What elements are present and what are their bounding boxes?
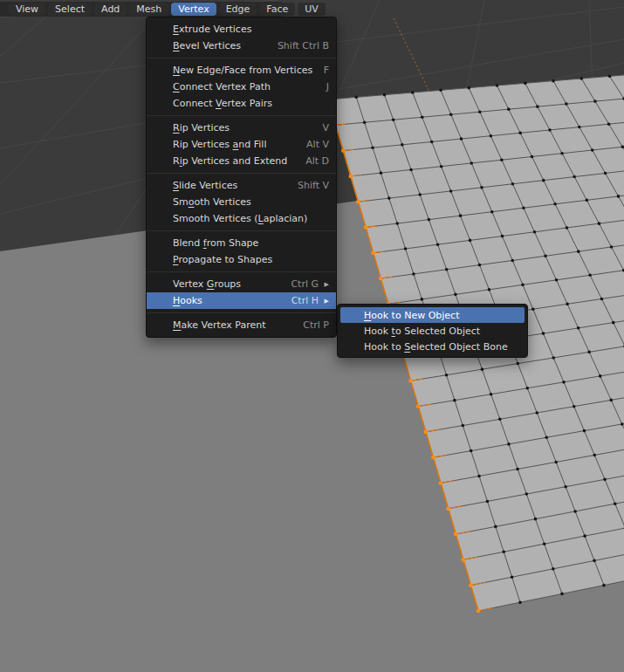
menu-item-rip-vertices-and-extend[interactable]: Rip Vertices and ExtendAlt D bbox=[147, 153, 336, 169]
menu-item-label: Hook to Selected Object bbox=[364, 326, 480, 337]
menu-item-label: Make Vertex Parent bbox=[173, 319, 266, 331]
menu-item-rip-vertices[interactable]: Rip VerticesV bbox=[147, 120, 336, 136]
menu-item-hooks[interactable]: HooksCtrl H▶ bbox=[147, 292, 336, 309]
menu-separator bbox=[147, 112, 336, 120]
header-menu-mesh[interactable]: Mesh bbox=[129, 3, 168, 16]
menu-item-shortcut: Shift V bbox=[298, 180, 329, 191]
submenu-item-hook-to-selected-object[interactable]: Hook to Selected Object bbox=[338, 323, 527, 339]
menu-separator bbox=[147, 169, 336, 177]
menu-item-shortcut: F bbox=[324, 65, 329, 76]
header-menu-uv[interactable]: UV bbox=[298, 3, 326, 16]
menu-item-label: Rip Vertices and Extend bbox=[173, 155, 287, 167]
menu-item-label: Smooth Vertices bbox=[173, 196, 251, 208]
header-menu-vertex[interactable]: Vertex bbox=[171, 3, 216, 16]
menu-item-label: Connect Vertex Path bbox=[173, 81, 271, 93]
menu-item-label: Extrude Vertices bbox=[173, 24, 251, 35]
menu-item-shortcut: J bbox=[326, 81, 329, 93]
header-menu-face[interactable]: Face bbox=[259, 3, 295, 16]
menu-separator bbox=[147, 309, 336, 317]
header-menu-bar: ViewSelectAddMeshVertexEdgeFaceUV bbox=[0, 2, 285, 17]
menu-item-label: Hook to Selected Object Bone bbox=[364, 341, 508, 353]
menu-separator bbox=[147, 268, 336, 276]
menu-item-label: Propagate to Shapes bbox=[173, 254, 272, 265]
vertex-menu: Extrude VerticesBevel VerticesShift Ctrl… bbox=[146, 17, 337, 338]
menu-item-label: Blend from Shape bbox=[173, 237, 258, 249]
header-menu-view[interactable]: View bbox=[9, 3, 45, 16]
menu-item-blend-from-shape[interactable]: Blend from Shape bbox=[147, 235, 336, 251]
menu-item-shortcut: Ctrl H bbox=[291, 295, 319, 306]
menu-item-propagate-to-shapes[interactable]: Propagate to Shapes bbox=[147, 251, 336, 268]
menu-item-smooth-vertices-laplacian[interactable]: Smooth Vertices (Laplacian) bbox=[147, 210, 336, 227]
menu-item-shortcut: Alt V bbox=[306, 139, 329, 150]
menu-separator bbox=[147, 227, 336, 235]
submenu-item-hook-to-new-object[interactable]: Hook to New Object bbox=[340, 307, 525, 323]
menu-item-shortcut: Ctrl P bbox=[303, 319, 329, 331]
menu-item-new-edge-face-from-vertices[interactable]: New Edge/Face from VerticesF bbox=[147, 62, 336, 79]
menu-item-label: Bevel Vertices bbox=[173, 40, 241, 51]
submenu-arrow-icon: ▶ bbox=[323, 281, 329, 288]
header-menu-edge[interactable]: Edge bbox=[219, 3, 257, 16]
menu-separator bbox=[147, 54, 336, 62]
menu-item-label: Connect Vertex Pairs bbox=[173, 98, 272, 109]
header-menu-add[interactable]: Add bbox=[94, 3, 127, 16]
hooks-submenu: Hook to New ObjectHook to Selected Objec… bbox=[337, 304, 528, 358]
menu-item-shortcut: V bbox=[322, 122, 329, 134]
menu-item-shortcut: Shift Ctrl B bbox=[278, 40, 329, 51]
menu-item-rip-vertices-and-fill[interactable]: Rip Vertices and FillAlt V bbox=[147, 136, 336, 153]
menu-item-label: Hook to New Object bbox=[364, 310, 459, 321]
menu-item-bevel-vertices[interactable]: Bevel VerticesShift Ctrl B bbox=[147, 38, 336, 54]
menu-item-label: Vertex Groups bbox=[173, 278, 241, 290]
menu-item-vertex-groups[interactable]: Vertex GroupsCtrl G▶ bbox=[147, 276, 336, 292]
menu-item-connect-vertex-pairs[interactable]: Connect Vertex Pairs bbox=[147, 95, 336, 112]
menu-item-extrude-vertices[interactable]: Extrude Vertices bbox=[147, 21, 336, 38]
menu-item-make-vertex-parent[interactable]: Make Vertex ParentCtrl P bbox=[147, 317, 336, 333]
submenu-item-hook-to-selected-object-bone[interactable]: Hook to Selected Object Bone bbox=[338, 339, 527, 354]
header-menu-select[interactable]: Select bbox=[48, 3, 92, 16]
menu-item-shortcut: Ctrl G bbox=[291, 278, 319, 290]
menu-item-slide-vertices[interactable]: Slide VerticesShift V bbox=[147, 177, 336, 194]
menu-item-label: Rip Vertices bbox=[173, 122, 230, 134]
menu-item-smooth-vertices[interactable]: Smooth Vertices bbox=[147, 194, 336, 210]
menu-item-label: New Edge/Face from Vertices bbox=[173, 65, 312, 76]
menu-item-label: Smooth Vertices (Laplacian) bbox=[173, 213, 307, 224]
menu-item-label: Hooks bbox=[173, 295, 202, 306]
menu-item-connect-vertex-path[interactable]: Connect Vertex PathJ bbox=[147, 79, 336, 95]
menu-item-label: Rip Vertices and Fill bbox=[173, 139, 266, 150]
submenu-arrow-icon: ▶ bbox=[323, 298, 329, 305]
menu-item-label: Slide Vertices bbox=[173, 180, 237, 191]
menu-item-shortcut: Alt D bbox=[305, 155, 329, 167]
